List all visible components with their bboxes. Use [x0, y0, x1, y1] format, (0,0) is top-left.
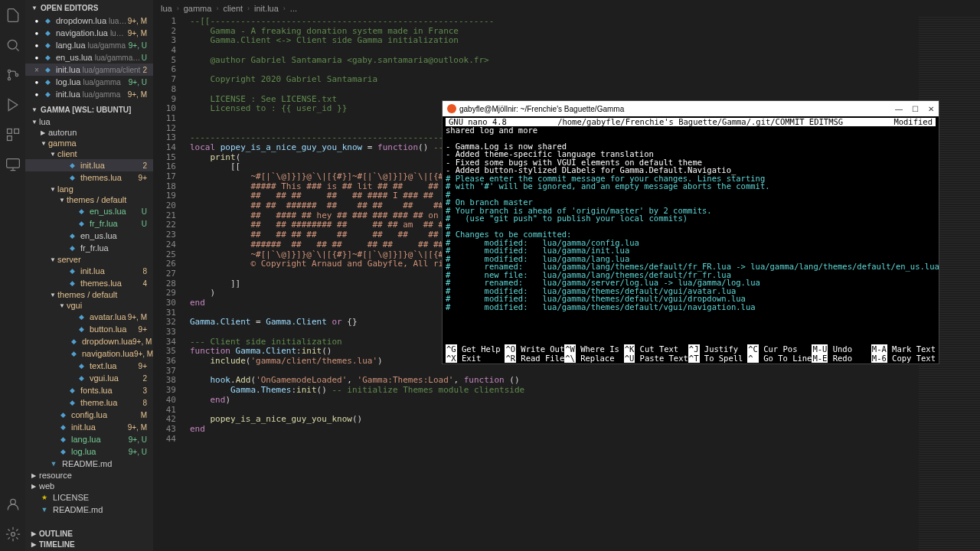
file-item[interactable]: ◆navigation.lua9+, M [25, 347, 153, 360]
maximize-icon[interactable]: ☐ [912, 105, 919, 113]
chevron-icon: ▶ [41, 129, 48, 136]
terminal-line: # Changes to be committed: [446, 230, 936, 239]
close-icon[interactable]: × [31, 66, 42, 74]
breadcrumb-segment[interactable]: gamma [184, 4, 212, 13]
open-editor-item[interactable]: ●◆dropdown.lualua/gamm...9+, M [25, 15, 153, 27]
file-item[interactable]: ◆en_us.luaU [25, 205, 153, 217]
minimize-icon[interactable]: — [895, 105, 903, 113]
file-item[interactable]: ◆themes.lua4 [25, 277, 153, 289]
file-item[interactable]: ★LICENSE [25, 491, 153, 504]
file-item[interactable]: ◆button.lua9+ [25, 323, 153, 335]
file-item[interactable]: ◆vgui.lua2 [25, 372, 153, 384]
chevron-right-icon: › [216, 5, 218, 12]
dirty-dot-icon[interactable]: ● [31, 91, 42, 98]
dirty-dot-icon[interactable]: ● [31, 54, 42, 61]
gear-icon[interactable] [4, 525, 22, 543]
folder-item[interactable]: ▼gamma [25, 138, 153, 148]
lic-icon: ★ [39, 492, 50, 503]
remote-icon[interactable] [4, 155, 22, 174]
folder-item[interactable]: ▼server [25, 254, 153, 265]
files-icon[interactable] [4, 6, 22, 24]
account-icon[interactable] [4, 495, 22, 514]
file-path: lua/gamma [88, 41, 129, 50]
folder-item[interactable]: ▶web [25, 481, 153, 491]
folder-item[interactable]: ▼vgui [25, 300, 153, 311]
open-editor-item[interactable]: ●◆init.lualua/gamma9+, M [25, 88, 153, 100]
folder-item[interactable]: ▼themes / default [25, 194, 153, 205]
open-editors-header[interactable]: ▼OPEN EDITORS [25, 2, 153, 15]
folder-item[interactable]: ▼themes / default [25, 289, 153, 300]
terminal-body[interactable]: GNU nano 4.8 /home/gabyfle/Frenchie's Ba… [443, 116, 939, 312]
breadcrumb-segment[interactable]: client [223, 4, 243, 13]
open-editor-item[interactable]: ●◆en_us.lualua/gamma/lang/th...U [25, 51, 153, 64]
file-item[interactable]: ◆fr_fr.luaU [25, 217, 153, 230]
dirty-dot-icon[interactable]: ● [31, 30, 42, 37]
svg-marker-4 [8, 99, 18, 111]
open-editor-item[interactable]: ×◆init.lualua/gamma/client2 [25, 64, 153, 76]
nano-shortcut: ^C Cur Pos [747, 344, 812, 354]
breadcrumb[interactable]: lua›gamma›client›init.lua›... [153, 0, 305, 17]
file-item[interactable]: ◆en_us.lua [25, 230, 153, 242]
file-item[interactable]: ◆init.lua9+, M [25, 421, 153, 433]
timeline-header[interactable]: ▶TIMELINE [25, 538, 153, 551]
item-name: themes / default [67, 195, 126, 204]
item-name: autorun [48, 128, 77, 137]
item-name: navigation.lua [82, 349, 134, 358]
git-badge: U [142, 207, 150, 216]
file-item[interactable]: ◆config.luaM [25, 409, 153, 421]
file-item[interactable]: ◆themes.lua9+ [25, 171, 153, 184]
item-name: LICENSE [53, 493, 89, 502]
file-name: init.lua [56, 90, 80, 99]
file-item[interactable]: ◆fr_fr.lua [25, 242, 153, 254]
lua-icon: ◆ [57, 422, 68, 432]
breadcrumb-segment[interactable]: ... [290, 4, 297, 13]
folder-item[interactable]: ▼lang [25, 184, 153, 194]
folder-item[interactable]: ▼client [25, 148, 153, 159]
file-item[interactable]: ◆theme.lua8 [25, 396, 153, 409]
open-editor-item[interactable]: ●◆lang.lualua/gamma9+, U [25, 39, 153, 51]
lua-icon: ◆ [67, 160, 77, 171]
nano-shortcut: ^R Read File [505, 354, 564, 363]
file-item[interactable]: ◆init.lua8 [25, 265, 153, 277]
breadcrumb-segment[interactable]: init.lua [254, 4, 279, 13]
item-name: button.lua [90, 324, 126, 334]
svg-point-0 [8, 40, 17, 49]
folder-item[interactable]: ▶resource [25, 470, 153, 481]
file-item[interactable]: ◆init.lua2 [25, 159, 153, 171]
lua-icon: ◆ [42, 64, 53, 75]
file-item[interactable]: ▼README.md [25, 458, 153, 470]
chevron-icon: ▼ [59, 197, 67, 204]
explorer-sidebar: ▼OPEN EDITORS ●◆dropdown.lualua/gamm...9… [25, 0, 153, 551]
file-name: log.lua [56, 77, 80, 86]
item-name: client [57, 149, 77, 158]
folder-item[interactable]: ▶autorun [25, 127, 153, 138]
close-icon[interactable]: ✕ [928, 105, 934, 113]
git-badge: 9+, U [129, 78, 150, 86]
folder-item[interactable]: ▼lua [25, 116, 153, 127]
file-item[interactable]: ◆avatar.lua9+, M [25, 311, 153, 323]
open-editor-item[interactable]: ●◆navigation.lualua/gam...9+, M [25, 27, 153, 39]
item-name: log.lua [71, 447, 96, 456]
dirty-dot-icon[interactable]: ● [31, 42, 42, 49]
item-name: themes.lua [80, 173, 122, 182]
file-item[interactable]: ◆fonts.lua3 [25, 384, 153, 396]
search-icon[interactable] [4, 36, 22, 54]
terminal-line: # modified: lua/gamma/themes/default/vgu… [446, 303, 936, 311]
dirty-dot-icon[interactable]: ● [31, 18, 42, 24]
file-item[interactable]: ▼README.md [25, 504, 153, 516]
workspace-header[interactable]: ▼GAMMA [WSL: UBUNTU] [25, 103, 153, 116]
breadcrumb-segment[interactable]: lua [161, 4, 172, 13]
git-badge: 2 [142, 66, 150, 74]
chevron-right-icon: › [247, 5, 250, 12]
file-item[interactable]: ◆text.lua9+ [25, 360, 153, 372]
terminal-titlebar[interactable]: gabyfle@Mjöllnir: ~/Frenchie's Baguette/… [443, 101, 939, 116]
debug-icon[interactable] [4, 96, 22, 114]
extensions-icon[interactable] [4, 126, 22, 144]
file-item[interactable]: ◆dropdown.lua9+, M [25, 335, 153, 347]
source-control-icon[interactable] [4, 66, 22, 84]
file-item[interactable]: ◆lang.lua9+, U [25, 433, 153, 445]
file-item[interactable]: ◆log.lua9+, U [25, 445, 153, 458]
open-editor-item[interactable]: ●◆log.lualua/gamma9+, U [25, 76, 153, 88]
dirty-dot-icon[interactable]: ● [31, 79, 42, 86]
nano-shortcut: ^U Paste Text [624, 354, 688, 363]
